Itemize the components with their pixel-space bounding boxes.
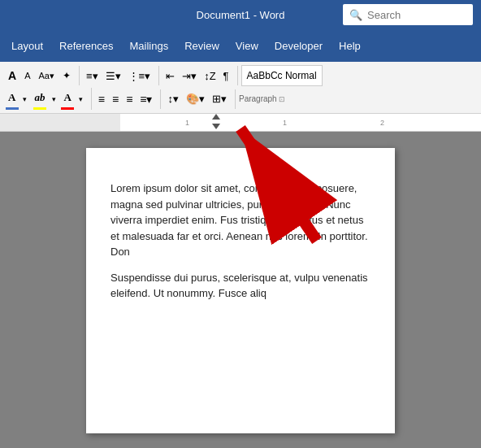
search-box[interactable]: 🔍: [343, 4, 473, 25]
ruler-num-2: 2: [380, 119, 384, 127]
menu-mailings[interactable]: Mailings: [122, 35, 177, 57]
ruler-num-mid: 1: [283, 119, 287, 127]
menu-references[interactable]: References: [51, 35, 121, 57]
menu-view[interactable]: View: [228, 35, 266, 57]
align-left-btn[interactable]: ≡: [95, 89, 108, 109]
menubar: Layout References Mailings Review View D…: [0, 29, 481, 62]
paragraph-2: Suspendisse dui purus, scelerisque at, v…: [110, 270, 370, 302]
clear-format-btn[interactable]: ✦: [59, 66, 74, 85]
indent-more-btn[interactable]: ⇥▾: [179, 66, 200, 85]
line-spacing-btn[interactable]: ↕▾: [164, 89, 182, 109]
multilevel-btn[interactable]: ⋮≡▾: [125, 66, 154, 85]
align-right-btn[interactable]: ≡: [123, 89, 136, 109]
pilcrow-btn[interactable]: ¶: [220, 66, 232, 85]
indent-less-btn[interactable]: ⇤: [162, 66, 178, 85]
highlight-dropdown[interactable]: ▾: [49, 89, 59, 109]
menu-layout[interactable]: Layout: [3, 35, 51, 57]
styles-label-text: Normal: [285, 70, 317, 81]
paragraph-expand-icon[interactable]: ⊡: [279, 95, 285, 103]
align-justify-btn[interactable]: ≡▾: [136, 89, 155, 109]
menu-review[interactable]: Review: [176, 35, 228, 57]
menu-developer[interactable]: Developer: [266, 35, 331, 57]
numbering-btn[interactable]: ☰▾: [102, 66, 124, 85]
text-color-btn[interactable]: A: [60, 88, 74, 107]
borders-btn[interactable]: ⊞▾: [209, 89, 230, 109]
text-color-dropdown[interactable]: ▾: [76, 89, 86, 109]
styles-normal[interactable]: AaBbCc Normal: [241, 65, 323, 86]
bullets-btn[interactable]: ≡▾: [83, 66, 102, 85]
document-title: Document1 - Word: [138, 9, 343, 21]
sort-btn[interactable]: ↕Z: [201, 66, 219, 85]
font-color-btn[interactable]: A: [5, 88, 19, 107]
menu-help[interactable]: Help: [331, 35, 369, 57]
font-aa-btn[interactable]: Aa▾: [35, 66, 57, 85]
ruler-numbers: 1 1 2: [120, 114, 481, 131]
font-size-up-btn[interactable]: A: [5, 66, 20, 85]
paragraph-group-label: Paragraph: [239, 94, 277, 103]
shading-btn[interactable]: 🎨▾: [183, 89, 208, 109]
highlight-btn[interactable]: ab: [31, 88, 48, 107]
document-area: Lorem ipsum dolor sit amet, consectetuer…: [0, 132, 481, 448]
font-size-down-btn[interactable]: A: [21, 66, 33, 85]
ruler: 1 1 2: [0, 114, 481, 132]
search-input[interactable]: [367, 9, 466, 21]
indent-marker-bottom[interactable]: [212, 124, 220, 129]
ruler-num-1: 1: [185, 119, 189, 127]
search-icon: 🔍: [349, 9, 362, 21]
document-page: Lorem ipsum dolor sit amet, consectetuer…: [86, 148, 395, 433]
ribbon: A A Aa▾ ✦ ≡▾ ☰▾ ⋮≡▾ ⇤ ⇥▾ ↕Z ¶ AaBbCc Nor…: [0, 62, 481, 114]
paragraph-1: Lorem ipsum dolor sit amet, consectetuer…: [110, 181, 370, 260]
align-center-btn[interactable]: ≡: [109, 89, 122, 109]
font-color-dropdown[interactable]: ▾: [20, 89, 30, 109]
indent-marker-top[interactable]: [212, 114, 220, 120]
titlebar: Document1 - Word 🔍: [0, 0, 481, 29]
